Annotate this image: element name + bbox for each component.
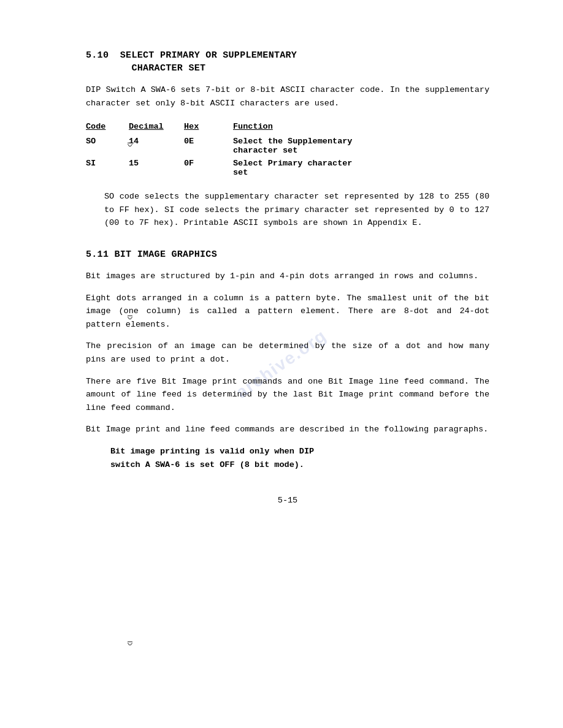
section-5-11: 5.11 BIT IMAGE GRAPHICS ⏒ Bit images are… xyxy=(86,248,489,471)
margin-marker-1: ⏒ xyxy=(128,140,133,151)
table-header-decimal: Decimal xyxy=(129,121,184,135)
section-511-para-4: There are five Bit Image print commands … xyxy=(86,375,489,415)
table-header-hex: Hex xyxy=(184,121,233,135)
section-511-heading: 5.11 BIT IMAGE GRAPHICS xyxy=(86,248,489,261)
code-table: Code Decimal Hex Function SO 14 0E Selec… xyxy=(86,121,489,179)
section-511-para-3: The precision of an image can be determi… xyxy=(86,339,489,366)
table-row: SI 15 0F Select Primary characterset xyxy=(86,157,489,179)
section-510-intro: DIP Switch A SWA-6 sets 7-bit or 8-bit A… xyxy=(86,83,489,110)
section-510-description: SO code selects the supplementary charac… xyxy=(104,190,489,230)
margin-marker-3: ⏒ xyxy=(128,639,133,650)
table-cell-decimal-1: 14 xyxy=(129,135,184,157)
code-table-section: Code Decimal Hex Function SO 14 0E Selec… xyxy=(86,121,489,179)
table-cell-function-2: Select Primary characterset xyxy=(233,157,489,179)
table-cell-function-1: Select the Supplementarycharacter set xyxy=(233,135,489,157)
page: ⏒ 5.10 SELECT PRIMARY OR SUPPLEMENTARY C… xyxy=(0,0,563,728)
table-header-function: Function xyxy=(233,121,489,135)
section-510-heading: 5.10 SELECT PRIMARY OR SUPPLEMENTARY CHA… xyxy=(86,49,489,75)
page-number: 5-15 xyxy=(86,496,489,505)
table-row: SO 14 0E Select the Supplementarycharact… xyxy=(86,135,489,157)
table-cell-code-2: SI xyxy=(86,157,129,179)
section-511-para-2: Eight dots arranged in a column is a pat… xyxy=(86,292,489,332)
table-cell-code-1: SO xyxy=(86,135,129,157)
section-5-10: ⏒ 5.10 SELECT PRIMARY OR SUPPLEMENTARY C… xyxy=(86,49,489,230)
table-cell-decimal-2: 15 xyxy=(129,157,184,179)
section-511-para-1: Bit images are structured by 1-pin and 4… xyxy=(86,270,489,283)
table-cell-hex-1: 0E xyxy=(184,135,233,157)
table-cell-hex-2: 0F xyxy=(184,157,233,179)
section-511-para-5: Bit Image print and line feed commands a… xyxy=(86,423,489,436)
section-511-note: Bit image printing is valid only when DI… xyxy=(110,445,489,471)
table-header-code: Code xyxy=(86,121,129,135)
